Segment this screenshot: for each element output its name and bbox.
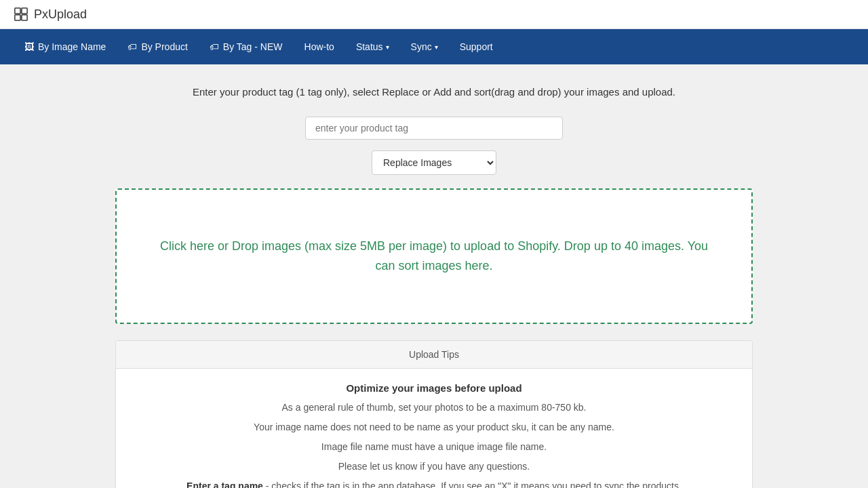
nav-by-tag-label: By Tag - NEW <box>223 41 283 52</box>
tips-line-1: As a general rule of thumb, set your pho… <box>130 401 738 415</box>
nav-sync-label: Sync <box>411 41 432 52</box>
svg-rect-0 <box>15 8 20 14</box>
nav-support[interactable]: Support <box>449 29 504 64</box>
image-icon: 🖼 <box>24 41 34 52</box>
logo-text: PxUpload <box>34 7 87 22</box>
top-bar: PxUpload <box>0 0 868 29</box>
nav-by-image-name[interactable]: 🖼 By Image Name <box>14 29 117 64</box>
logo-icon <box>14 7 28 22</box>
tag-input[interactable] <box>305 117 563 140</box>
nav-status-label: Status <box>356 41 383 52</box>
action-select-container: Replace Images Add Images <box>115 150 753 175</box>
drop-zone[interactable]: Click here or Drop images (max size 5MB … <box>115 188 753 324</box>
tips-line-5: Enter a tag name - checks if the tag is … <box>130 479 738 489</box>
nav-by-product[interactable]: 🏷 By Product <box>117 29 198 64</box>
nav-sync[interactable]: Sync ▾ <box>400 29 449 64</box>
svg-rect-1 <box>22 8 27 14</box>
tag-new-icon: 🏷 <box>210 41 219 52</box>
sync-dropdown-icon: ▾ <box>435 43 438 51</box>
tips-line-3: Image file name must have a unique image… <box>130 440 738 454</box>
instruction-text: Enter your product tag (1 tag only), sel… <box>115 85 753 100</box>
upload-tips-body: Optimize your images before upload As a … <box>116 369 752 489</box>
nav-by-image-name-label: By Image Name <box>38 41 106 52</box>
upload-tips-container: Upload Tips Optimize your images before … <box>115 340 753 489</box>
navbar: 🖼 By Image Name 🏷 By Product 🏷 By Tag - … <box>0 29 868 64</box>
tag-icon: 🏷 <box>127 41 137 52</box>
svg-rect-3 <box>22 15 27 20</box>
nav-by-tag[interactable]: 🏷 By Tag - NEW <box>199 29 294 64</box>
nav-support-label: Support <box>460 41 493 52</box>
tips-line-2: Your image name does not need to be name… <box>130 420 738 434</box>
svg-rect-2 <box>15 15 20 20</box>
tips-line-5-rest: - checks if the tag is in the app databa… <box>263 481 682 489</box>
status-dropdown-icon: ▾ <box>386 43 389 51</box>
nav-how-to-label: How-to <box>304 41 334 52</box>
nav-status[interactable]: Status ▾ <box>345 29 400 64</box>
main-content: Enter your product tag (1 tag only), sel… <box>102 64 766 488</box>
drop-zone-text: Click here or Drop images (max size 5MB … <box>157 237 711 276</box>
upload-tips-header: Upload Tips <box>116 341 752 369</box>
nav-by-product-label: By Product <box>141 41 187 52</box>
tips-title: Optimize your images before upload <box>130 382 738 394</box>
tips-link[interactable]: Enter a tag name <box>186 481 263 489</box>
tips-line-4: Please let us know if you have any quest… <box>130 460 738 474</box>
action-select[interactable]: Replace Images Add Images <box>372 150 496 175</box>
nav-how-to[interactable]: How-to <box>294 29 345 64</box>
